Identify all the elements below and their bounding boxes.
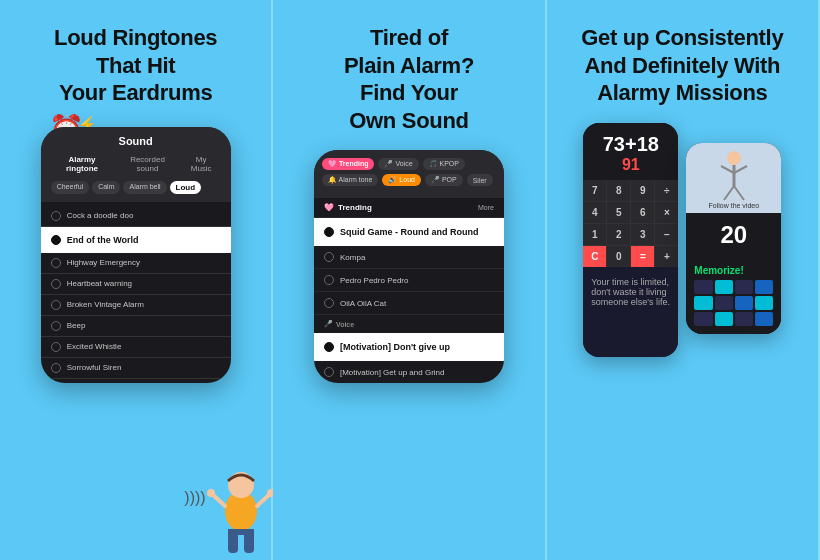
key-4[interactable]: 4 xyxy=(583,202,606,223)
selected-list-item[interactable]: End of the World xyxy=(41,227,231,253)
key-0[interactable]: 0 xyxy=(607,246,630,267)
chip-alarmbbell[interactable]: Alarm bell xyxy=(123,181,166,194)
filter-trending[interactable]: 🩷 Trending xyxy=(322,158,375,170)
key-div[interactable]: ÷ xyxy=(655,180,678,201)
sound-wave-left: )))) xyxy=(184,489,205,507)
item-label: Cock a doodle doo xyxy=(67,211,134,220)
radio-pedro xyxy=(324,275,334,285)
svg-point-4 xyxy=(207,489,215,497)
memorize-screen: Memorize! xyxy=(686,257,781,334)
item-label: Heartbeat warning xyxy=(67,279,132,288)
key-8[interactable]: 8 xyxy=(607,180,630,201)
radio-btn xyxy=(51,211,61,221)
video-screen: Follow the video xyxy=(686,143,781,213)
trending-section-row: 🩷 Trending More xyxy=(314,198,504,218)
phone-calc: 73+18 91 7 8 9 ÷ 4 5 6 × 1 2 3 − C 0 = + xyxy=(583,123,678,357)
list-item-motivation2[interactable]: [Motivation] Get up and Grind xyxy=(314,361,504,383)
radio-btn xyxy=(51,300,61,310)
list-item-pedro[interactable]: Pedro Pedro Pedro xyxy=(314,269,504,292)
key-add[interactable]: + xyxy=(655,246,678,267)
mem-cell xyxy=(735,280,753,294)
selected-squidgame[interactable]: Squid Game - Round and Round xyxy=(314,218,504,246)
mem-cell xyxy=(755,280,773,294)
calc-problem: 73+18 xyxy=(591,133,670,156)
character-illustration: )))) (((( xyxy=(206,461,276,560)
sound-title: Sound xyxy=(51,135,221,147)
exercise-figure xyxy=(709,148,759,208)
panel-sound: Tired of Plain Alarm? Find Your Own Soun… xyxy=(273,0,546,560)
panel-ringtones: Loud Ringtones That Hit Your Eardrums ⏰ … xyxy=(0,0,273,560)
radio-oila xyxy=(324,298,334,308)
phone-video: Follow the video 20 Memorize! xyxy=(686,143,781,334)
more-link[interactable]: More xyxy=(478,204,494,211)
phone-mockup-2: 🩷 Trending 🎤 Voice 🎵 KPOP 🔔 Alarm tone 🔊… xyxy=(314,150,504,383)
radio-btn xyxy=(51,342,61,352)
key-clear[interactable]: C xyxy=(583,246,606,267)
mem-cell xyxy=(694,296,712,310)
item-label: Highway Emergency xyxy=(67,258,140,267)
key-sub[interactable]: − xyxy=(655,224,678,245)
countdown-number: 20 xyxy=(686,213,781,257)
key-1[interactable]: 1 xyxy=(583,224,606,245)
svg-point-9 xyxy=(727,151,741,165)
list-item[interactable]: Beep xyxy=(41,316,231,337)
radio-btn xyxy=(51,321,61,331)
panel-missions: Get up Consistently And Definitely With … xyxy=(547,0,820,560)
voice-section-label: 🎤 Voice xyxy=(314,315,504,331)
list-item[interactable]: Excited Whistle xyxy=(41,337,231,358)
phone-mockup-1: Sound Alarmy ringtone Recorded sound My … xyxy=(41,127,231,383)
list-item[interactable]: Highway Emergency xyxy=(41,253,231,274)
item-label: Sorrowful Siren xyxy=(67,363,122,372)
selected-motivation[interactable]: [Motivation] Don't give up xyxy=(314,333,504,361)
key-eq[interactable]: = xyxy=(631,246,654,267)
filter-loud[interactable]: 🔊 Loud xyxy=(382,174,421,186)
phone-stack: 73+18 91 7 8 9 ÷ 4 5 6 × 1 2 3 − C 0 = + xyxy=(583,123,781,357)
list-item-kompa[interactable]: Kompa xyxy=(314,246,504,269)
tab-recorded[interactable]: Recorded sound xyxy=(117,153,177,175)
motivation-label: [Motivation] Don't give up xyxy=(340,342,450,352)
video-label: Follow the video xyxy=(686,202,781,209)
mem-cell xyxy=(694,280,712,294)
calc-keypad[interactable]: 7 8 9 ÷ 4 5 6 × 1 2 3 − C 0 = + xyxy=(583,180,678,267)
trending-section-label: 🩷 Trending xyxy=(324,203,372,212)
filter-voice[interactable]: 🎤 Voice xyxy=(378,158,418,170)
key-9[interactable]: 9 xyxy=(631,180,654,201)
chip-cheerful[interactable]: Cheerful xyxy=(51,181,89,194)
chip-calm[interactable]: Calm xyxy=(92,181,120,194)
list-item[interactable]: Heartbeat warning xyxy=(41,274,231,295)
mem-cell xyxy=(715,296,733,310)
radio-motivation2 xyxy=(324,367,334,377)
key-5[interactable]: 5 xyxy=(607,202,630,223)
item-label-selected: End of the World xyxy=(67,235,139,245)
list-item[interactable]: Cock a doodle doo xyxy=(41,206,231,227)
radio-kompa xyxy=(324,252,334,262)
list-item-oila[interactable]: OilA OilA Cat xyxy=(314,292,504,315)
svg-rect-8 xyxy=(228,529,254,535)
svg-line-12 xyxy=(734,166,747,173)
radio-btn xyxy=(51,363,61,373)
kompa-label: Kompa xyxy=(340,253,365,262)
chip-loud[interactable]: Loud xyxy=(170,181,202,194)
tab-alarmy[interactable]: Alarmy ringtone xyxy=(51,153,114,175)
radio-btn xyxy=(51,279,61,289)
calc-answer: 91 xyxy=(591,156,670,174)
squidgame-label: Squid Game - Round and Round xyxy=(340,227,479,237)
key-2[interactable]: 2 xyxy=(607,224,630,245)
key-mul[interactable]: × xyxy=(655,202,678,223)
mem-cell xyxy=(735,296,753,310)
filter-kpop[interactable]: 🎵 KPOP xyxy=(423,158,465,170)
filter-pop[interactable]: 🎤 POP xyxy=(425,174,463,186)
filter-alarmtone[interactable]: 🔔 Alarm tone xyxy=(322,174,378,186)
svg-line-13 xyxy=(724,186,734,200)
key-3[interactable]: 3 xyxy=(631,224,654,245)
radio-btn xyxy=(51,258,61,268)
pedro-label: Pedro Pedro Pedro xyxy=(340,276,409,285)
list-item[interactable]: Broken Vintage Alarm xyxy=(41,295,231,316)
list-item[interactable]: Sorrowful Siren xyxy=(41,358,231,379)
filter-siler[interactable]: Siler xyxy=(467,174,493,186)
key-6[interactable]: 6 xyxy=(631,202,654,223)
radio-motivation xyxy=(324,342,334,352)
key-7[interactable]: 7 xyxy=(583,180,606,201)
mem-cell xyxy=(694,312,712,326)
tab-mymusic[interactable]: My Music xyxy=(182,153,221,175)
